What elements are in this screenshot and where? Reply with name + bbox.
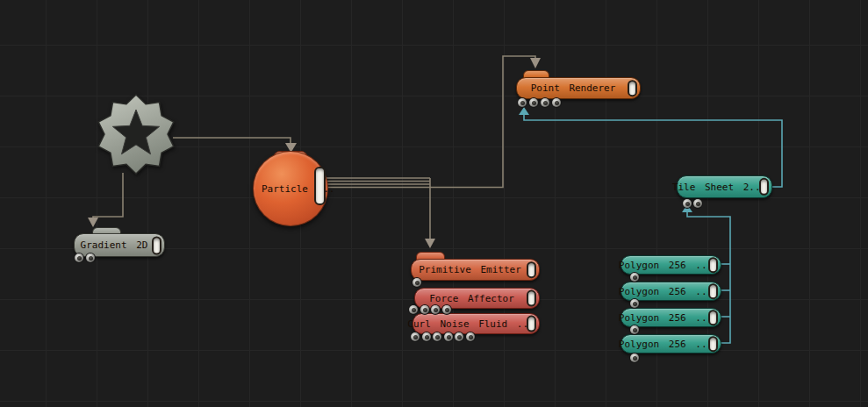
gradient-2d-port-1[interactable] [75, 253, 83, 262]
wire-star-to-particle[interactable] [173, 138, 291, 143]
node-polygon-1[interactable]: Polygon 256 ... [621, 255, 721, 275]
node-tile-sheet[interactable]: Tile Sheet 2... [677, 175, 772, 198]
node-primitive-emitter[interactable]: Primitive Emitter [411, 259, 540, 281]
node-polygon-3[interactable]: Polygon 256 ... [621, 308, 721, 327]
polygon-3-port[interactable] [630, 325, 639, 334]
wire-particle-out-4[interactable] [326, 178, 430, 188]
point-renderer-port-1[interactable] [518, 98, 527, 107]
primitive-emitter-port-1[interactable] [412, 278, 421, 287]
polygon-1-output-socket[interactable] [708, 257, 718, 273]
node-point-renderer[interactable]: Point Renderer [516, 77, 641, 99]
curl-noise-port-5[interactable] [455, 332, 463, 341]
polygon-4-output-socket[interactable] [708, 336, 718, 352]
curl-noise-fluid-output-socket[interactable] [527, 316, 536, 332]
polygon-3-output-socket[interactable] [708, 310, 718, 325]
node-polygon-4[interactable]: Polygon 256 ... [621, 334, 721, 353]
point-renderer-output-socket[interactable] [628, 80, 637, 97]
node-polygon-2[interactable]: Polygon 256 ... [621, 282, 721, 301]
arrow-into-point-renderer-port [519, 107, 529, 115]
polygon-4-port[interactable] [630, 353, 639, 362]
curl-noise-port-3[interactable] [433, 332, 441, 341]
force-affector-port-2[interactable] [420, 305, 429, 314]
node-label: Gradient 2D [81, 239, 148, 251]
node-label: Polygon 256 ... [619, 260, 713, 271]
star-badge-icon [95, 93, 177, 175]
polygon-1-port[interactable] [630, 273, 639, 282]
polygon-2-port[interactable] [630, 299, 639, 308]
wire-layer [0, 0, 868, 407]
node-label: Point Renderer [531, 82, 616, 94]
force-affector-port-3[interactable] [431, 305, 440, 314]
curl-noise-port-1[interactable] [411, 332, 420, 341]
primitive-emitter-output-socket[interactable] [527, 261, 536, 279]
node-graph-canvas[interactable]: Gradient 2D Particle ... Point Renderer … [0, 0, 868, 407]
tile-sheet-output-socket[interactable] [759, 178, 769, 196]
arrow-into-emitter [425, 239, 435, 248]
arrow-into-gradient [88, 218, 98, 227]
gradient-2d-port-2[interactable] [86, 253, 95, 262]
node-label: Curl Noise Fluid ... [407, 318, 534, 330]
tile-sheet-port-1[interactable] [683, 199, 692, 208]
curl-noise-port-4[interactable] [444, 332, 453, 341]
point-renderer-port-3[interactable] [541, 98, 549, 107]
curl-noise-port-2[interactable] [422, 332, 431, 341]
force-affector-port-1[interactable] [409, 305, 418, 314]
wire-particle-to-point-renderer[interactable] [430, 56, 535, 188]
node-particle[interactable]: Particle ... [253, 151, 328, 226]
curl-noise-port-6[interactable] [466, 332, 475, 341]
node-label: Tile Sheet 2... [672, 182, 766, 193]
point-renderer-port-4[interactable] [552, 98, 561, 107]
gradient-2d-output-socket[interactable] [152, 236, 161, 254]
force-affector-output-socket[interactable] [527, 290, 536, 307]
point-renderer-port-2[interactable] [529, 98, 538, 107]
node-label: Primitive Emitter [419, 264, 521, 275]
arrow-into-point-renderer [530, 58, 541, 68]
node-label: Polygon 256 ... [619, 312, 713, 324]
tile-sheet-port-2[interactable] [693, 199, 702, 208]
node-label: Force Affector [429, 293, 514, 304]
force-affector-port-4[interactable] [442, 305, 451, 314]
wire-star-to-gradient[interactable] [93, 173, 123, 218]
polygon-2-output-socket[interactable] [708, 283, 718, 299]
node-label: Polygon 256 ... [619, 286, 713, 297]
star-badge-node[interactable] [95, 93, 177, 179]
node-curl-noise-fluid[interactable]: Curl Noise Fluid ... [412, 313, 540, 334]
particle-output-socket[interactable] [314, 167, 326, 205]
node-label: Polygon 256 ... [619, 339, 713, 350]
